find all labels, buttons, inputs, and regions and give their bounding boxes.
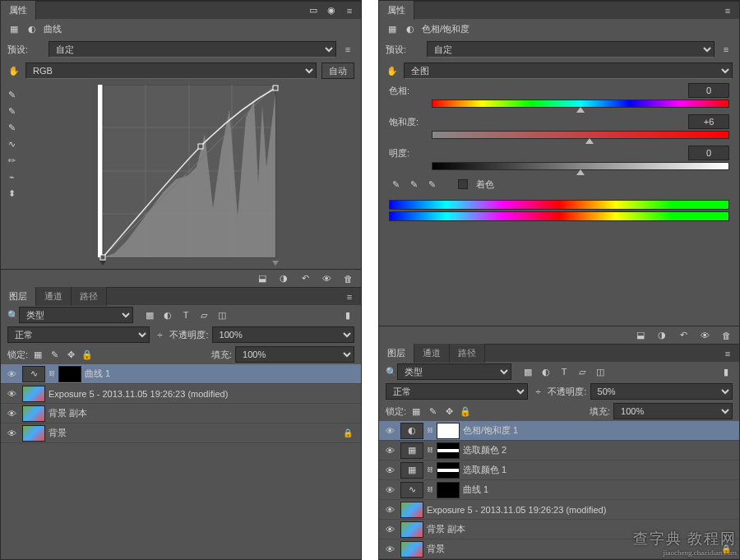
channels-tab[interactable]: 通道 <box>414 344 450 363</box>
lock-all-icon[interactable]: 🔒 <box>81 348 94 361</box>
filter-smart-icon[interactable]: ◫ <box>594 365 607 378</box>
layer-name[interactable]: 选取颜色 1 <box>463 464 506 476</box>
reset-icon[interactable]: ↶ <box>677 329 690 342</box>
smooth-icon[interactable]: ⌁ <box>5 170 18 183</box>
layer-name[interactable]: 曲线 1 <box>85 368 110 380</box>
layer-thumb[interactable] <box>22 405 45 422</box>
properties-tab[interactable]: 属性 <box>1 1 36 20</box>
lock-pos-icon[interactable]: ✥ <box>442 405 456 418</box>
camera-icon[interactable]: ◉ <box>325 4 338 17</box>
paths-tab[interactable]: 路径 <box>450 344 485 363</box>
paths-tab[interactable]: 路径 <box>72 287 107 306</box>
lock-all-icon[interactable]: 🔒 <box>459 405 472 418</box>
filter-pixel-icon[interactable]: ▩ <box>143 308 156 322</box>
curve-point-icon[interactable]: ∿ <box>5 137 18 150</box>
adjustment-thumb[interactable]: ∿ <box>400 482 423 498</box>
layer-name[interactable]: Exposure 5 - 2013.11.05 19:26:23 (modifi… <box>49 389 228 399</box>
layer-row[interactable]: 👁Exposure 5 - 2013.11.05 19:26:23 (modif… <box>379 500 739 520</box>
search-icon[interactable]: 🔍 <box>386 367 394 377</box>
fill-select[interactable]: 100% <box>235 346 354 363</box>
hand-icon[interactable]: ✋ <box>7 64 21 77</box>
lock-paint-icon[interactable]: ✎ <box>48 348 61 361</box>
filter-toggle-icon[interactable]: ▮ <box>341 308 354 322</box>
sat-value[interactable]: +6 <box>688 114 729 129</box>
eyedropper-plus-icon[interactable]: ✎ <box>407 178 420 191</box>
mask-thumb[interactable] <box>437 423 460 439</box>
eyedropper-icon[interactable]: ✎ <box>389 178 402 191</box>
layer-thumb[interactable] <box>400 502 423 518</box>
mask-thumb[interactable] <box>437 462 460 479</box>
colorize-checkbox[interactable] <box>458 179 468 189</box>
preset-menu-icon[interactable]: ≡ <box>719 43 733 56</box>
visibility-icon[interactable]: 👁 <box>4 428 19 438</box>
blend-menu-icon[interactable]: ÷ <box>531 385 544 398</box>
layer-thumb[interactable] <box>22 425 45 442</box>
channels-tab[interactable]: 通道 <box>36 287 72 306</box>
layer-name[interactable]: 背景 <box>49 427 67 439</box>
doc-icon[interactable]: ▭ <box>307 4 320 17</box>
filter-adjust-icon[interactable]: ◐ <box>539 365 553 378</box>
visibility-icon[interactable]: 👁 <box>4 369 19 379</box>
preset-select[interactable]: 自定 <box>427 41 715 58</box>
visibility-icon[interactable]: 👁 <box>698 329 711 342</box>
visibility-icon[interactable]: 👁 <box>382 485 397 495</box>
visibility-icon[interactable]: 👁 <box>382 544 397 554</box>
filter-adjust-icon[interactable]: ◐ <box>161 308 174 322</box>
layer-name[interactable]: 色相/饱和度 1 <box>463 424 518 437</box>
filter-smart-icon[interactable]: ◫ <box>215 308 229 322</box>
visibility-icon[interactable]: 👁 <box>4 389 19 399</box>
light-slider[interactable] <box>432 162 729 170</box>
visibility-icon[interactable]: 👁 <box>320 272 333 285</box>
lock-paint-icon[interactable]: ✎ <box>426 405 439 418</box>
previous-icon[interactable]: ◑ <box>655 329 668 342</box>
histogram-icon[interactable]: ⬍ <box>5 187 18 200</box>
visibility-icon[interactable]: 👁 <box>382 525 397 535</box>
clip-icon[interactable]: ⬓ <box>634 329 647 342</box>
filter-pixel-icon[interactable]: ▩ <box>521 365 534 378</box>
blend-mode-select[interactable]: 正常 <box>386 383 528 400</box>
lock-pos-icon[interactable]: ✥ <box>64 348 77 361</box>
panel-menu-icon[interactable]: ≡ <box>343 4 356 17</box>
filter-shape-icon[interactable]: ▱ <box>197 308 210 322</box>
pencil-icon[interactable]: ✏ <box>5 154 18 167</box>
opacity-select[interactable]: 50% <box>590 383 733 400</box>
hue-slider[interactable] <box>432 100 729 108</box>
layer-thumb[interactable] <box>400 541 423 558</box>
layer-row[interactable]: 👁背景🔒 <box>1 423 361 443</box>
layer-row[interactable]: 👁背景 副本 <box>1 404 361 423</box>
layers-tab[interactable]: 图层 <box>379 344 414 363</box>
layer-row[interactable]: 👁∿⛓曲线 1 <box>1 364 361 384</box>
adjustment-thumb[interactable]: ▦ <box>400 442 423 459</box>
channel-select[interactable]: RGB <box>25 62 317 79</box>
visibility-icon[interactable]: 👁 <box>382 446 397 456</box>
mask-thumb[interactable] <box>58 366 81 382</box>
trash-icon[interactable]: 🗑 <box>719 329 733 342</box>
eyedropper-minus-icon[interactable]: ✎ <box>425 178 438 191</box>
visibility-icon[interactable]: 👁 <box>382 465 397 475</box>
layers-menu-icon[interactable]: ≡ <box>343 290 356 303</box>
filter-kind-select[interactable]: 类型 <box>19 307 133 323</box>
adjustment-thumb[interactable]: ∿ <box>22 366 45 382</box>
layer-row[interactable]: 👁▦⛓选取颜色 1 <box>379 460 739 480</box>
layers-tab[interactable]: 图层 <box>1 287 36 306</box>
previous-icon[interactable]: ◑ <box>277 272 290 285</box>
auto-button[interactable]: 自动 <box>321 62 354 79</box>
layer-row[interactable]: 👁▦⛓选取颜色 2 <box>379 441 739 460</box>
adjustment-thumb[interactable]: ◐ <box>400 423 423 439</box>
reset-icon[interactable]: ↶ <box>298 272 312 285</box>
visibility-icon[interactable]: 👁 <box>382 505 397 515</box>
hue-value[interactable]: 0 <box>688 83 729 98</box>
layers-menu-icon[interactable]: ≡ <box>721 347 734 360</box>
opacity-select[interactable]: 100% <box>212 326 354 343</box>
blend-mode-select[interactable]: 正常 <box>7 326 150 343</box>
mask-thumb[interactable] <box>437 442 460 459</box>
layer-name[interactable]: 背景 副本 <box>427 523 465 535</box>
light-value[interactable]: 0 <box>688 146 729 160</box>
fill-select[interactable]: 100% <box>613 403 733 419</box>
layer-name[interactable]: 背景 <box>427 543 445 555</box>
properties-tab[interactable]: 属性 <box>379 1 414 20</box>
search-icon[interactable]: 🔍 <box>7 310 16 321</box>
filter-toggle-icon[interactable]: ▮ <box>719 365 733 378</box>
layer-row[interactable]: 👁Exposure 5 - 2013.11.05 19:26:23 (modif… <box>1 384 361 404</box>
panel-menu-icon[interactable]: ≡ <box>721 4 734 17</box>
